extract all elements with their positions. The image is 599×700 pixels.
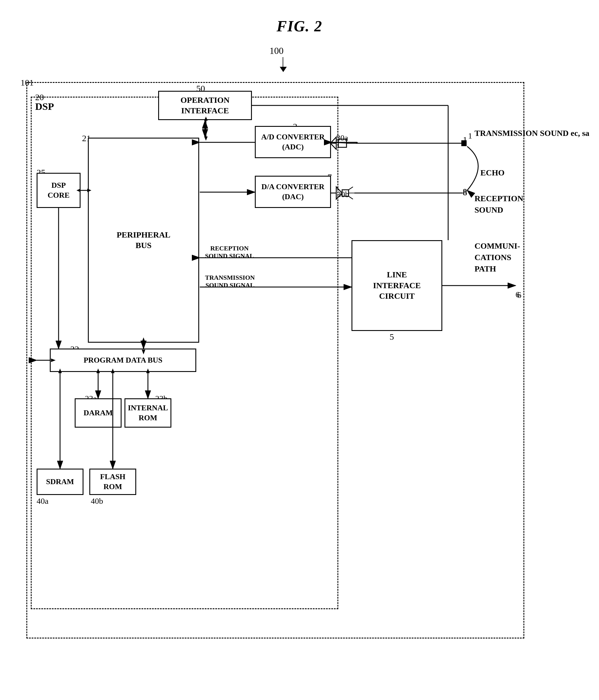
ref-5: 5	[390, 332, 394, 342]
internal-rom-box: INTERNAL ROM	[124, 398, 171, 428]
reception-sound-signal-label: RECEPTIONSOUND SIGNAL	[205, 245, 254, 260]
lic-label: LINE INTERFACE CIRCUIT	[373, 270, 421, 301]
sdram-label: SDRAM	[46, 477, 74, 487]
dsp-core-label: DSP CORE	[47, 180, 69, 200]
dac-label: D/A CONVERTER (DAC)	[261, 182, 324, 202]
reception-sound-label: RECEPTIONSOUND	[475, 193, 523, 216]
transmission-sound-signal-label: TRANSMISSIONSOUND SIGNAL	[205, 274, 255, 289]
adc-box: A/D CONVERTER (ADC)	[255, 126, 331, 158]
dsp-label: DSP	[35, 101, 54, 112]
ref-40a: 40a	[36, 496, 48, 506]
ref-6-label: 6	[517, 290, 521, 300]
program-data-bus-box: PROGRAM DATA BUS	[50, 349, 196, 372]
adc-label: A/D CONVERTER (ADC)	[261, 132, 325, 152]
communications-path-label: COMMUNI-CATIONSPATH	[475, 240, 520, 275]
daram-label: DARAM	[83, 408, 113, 418]
ref-1: 1	[468, 131, 472, 141]
ref-100-arrow	[280, 67, 287, 72]
dsp-core-box: DSP CORE	[36, 173, 80, 208]
operation-interface-box: OPERATION INTERFACE	[158, 91, 252, 120]
flash-rom-label: FLASH ROM	[100, 472, 126, 492]
dac-box: D/A CONVERTER (DAC)	[255, 176, 331, 208]
ref-1-label: 1	[463, 135, 467, 145]
echo-label: ECHO	[480, 167, 504, 178]
peripheral-bus-box: PERIPHERAL BUS	[88, 138, 199, 343]
operation-interface-label: OPERATION INTERFACE	[180, 95, 230, 116]
ref-100: 100	[270, 45, 283, 56]
daram-box: DARAM	[75, 398, 122, 428]
ref-40b: 40b	[91, 496, 103, 506]
ref-30a: 30a	[336, 133, 348, 143]
ref-30b: 30b	[337, 190, 349, 199]
page-title: FIG. 2	[276, 18, 322, 35]
peripheral-bus-label: PERIPHERAL BUS	[117, 230, 171, 251]
sdram-box: SDRAM	[36, 469, 83, 495]
program-data-bus-label: PROGRAM DATA BUS	[83, 355, 162, 365]
internal-rom-label: INTERNAL ROM	[128, 403, 168, 423]
ref-20: 20	[35, 92, 44, 102]
transmission-sound-label: TRANSMISSION SOUND ec, sa	[475, 127, 589, 139]
lic-box: LINE INTERFACE CIRCUIT	[351, 240, 442, 331]
flash-rom-box: FLASH ROM	[89, 469, 136, 495]
ref-8-label: 8	[463, 188, 467, 197]
